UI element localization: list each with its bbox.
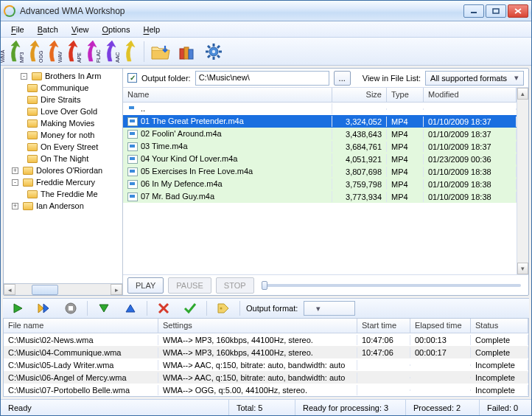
convert-to-aac-button[interactable]: AAC — [122, 41, 138, 63]
expand-toggle[interactable]: - — [21, 73, 27, 80]
move-up-icon[interactable] — [120, 298, 141, 319]
file-row[interactable]: 02 Foolin' Around.m4a3,438,643MP401/10/2… — [123, 128, 517, 140]
app-window: Advanced WMA Workshop FileBatchViewOptio… — [0, 0, 532, 416]
minimize-button[interactable] — [463, 4, 484, 18]
open-folder-icon[interactable] — [150, 41, 171, 62]
queue-header[interactable]: File name Settings Start time Elapsed ti… — [4, 319, 528, 333]
books-icon[interactable] — [177, 41, 197, 62]
file-list-header[interactable]: Name Size Type Modified — [123, 88, 517, 103]
qcol-settings[interactable]: Settings — [158, 319, 357, 333]
file-row[interactable]: 04 Your Kind Of Lover.m4a4,051,921MP401/… — [123, 153, 517, 165]
tree-item[interactable]: On Every Street — [5, 141, 121, 153]
seek-slider[interactable] — [262, 284, 521, 287]
tree-item[interactable]: Dire Straits — [5, 94, 121, 105]
skip-icon[interactable] — [34, 298, 55, 319]
file-vscrollbar[interactable]: ▴ ▾ — [517, 88, 528, 274]
folder-icon — [27, 155, 38, 163]
pause-button[interactable]: PAUSE — [168, 277, 211, 294]
svg-rect-1 — [493, 9, 499, 13]
stop-queue-icon[interactable] — [60, 298, 81, 319]
status-ready: Ready — [1, 400, 229, 415]
file-row[interactable]: .. — [123, 103, 517, 115]
view-filter-dropdown[interactable]: All supported formats▾ — [425, 71, 524, 86]
qcol-elapsed[interactable]: Elapsed time — [410, 319, 471, 333]
browse-button[interactable]: ... — [334, 71, 351, 86]
folder-icon — [23, 167, 33, 175]
tree-label: Love Over Gold — [41, 107, 97, 116]
queue-row[interactable]: C:\Music\04-Communique.wmaWMA--> MP3, 16… — [4, 346, 528, 358]
folder-icon — [27, 131, 38, 139]
tree-item[interactable]: -Freddie Mercury — [5, 176, 121, 188]
folder-icon — [23, 178, 33, 187]
tree-item[interactable]: Love Over Gold — [5, 105, 121, 117]
menu-help[interactable]: Help — [137, 24, 166, 35]
check-icon[interactable] — [180, 298, 200, 319]
svg-rect-4 — [180, 49, 184, 59]
format-toolbar: WMAMP3OGGWAVAPEFLACAAC — [1, 38, 531, 66]
status-failed: Failed: 0 — [480, 400, 531, 415]
tree-item[interactable]: Communique — [5, 82, 121, 94]
svg-line-13 — [208, 46, 210, 48]
maximize-button[interactable] — [486, 4, 506, 18]
tree-item[interactable]: Money for noth — [5, 129, 121, 141]
file-icon — [127, 130, 138, 139]
scroll-left-button[interactable]: ◂ — [4, 284, 15, 295]
output-row: ✓ Output folder: C:\Music\new\ ... View … — [123, 69, 528, 88]
scroll-thumb[interactable] — [32, 285, 58, 295]
file-row[interactable]: 03 Time.m4a3,684,761MP401/10/2009 18:37 — [123, 140, 517, 153]
file-row[interactable]: 05 Exercises In Free Love.m4a3,807,698MP… — [123, 165, 517, 178]
file-row[interactable]: 06 In My Defence.m4a3,759,798MP401/10/20… — [123, 178, 517, 190]
svg-point-8 — [212, 49, 215, 52]
col-type[interactable]: Type — [387, 88, 424, 102]
stop-button[interactable]: STOP — [216, 277, 254, 294]
tree-item[interactable]: On The Night — [5, 153, 121, 164]
output-folder-input[interactable]: C:\Music\new\ — [195, 71, 329, 86]
seek-knob[interactable] — [262, 281, 267, 290]
svg-rect-6 — [189, 49, 193, 59]
tree-item[interactable]: +Dolores O'Riordan — [5, 164, 121, 176]
queue-row[interactable]: C:\Music\05-Lady Writer.wmaWMA--> AAC, q… — [4, 358, 528, 371]
expand-toggle[interactable]: + — [12, 203, 18, 209]
close-button[interactable] — [508, 4, 528, 18]
tree-item[interactable]: Making Movies — [5, 117, 121, 129]
file-row[interactable]: 01 The Great Pretender.m4a3,324,052MP401… — [123, 115, 517, 128]
col-size[interactable]: Size — [332, 88, 387, 102]
tag-icon[interactable] — [213, 298, 234, 319]
qcol-status[interactable]: Status — [471, 319, 528, 333]
tree-item[interactable]: -Brothers In Arm — [5, 70, 121, 82]
qcol-file[interactable]: File name — [4, 319, 158, 333]
file-row[interactable]: 07 Mr. Bad Guy.m4a3,773,934MP401/10/2009… — [123, 190, 517, 203]
menu-view[interactable]: View — [66, 24, 95, 35]
queue-row[interactable]: C:\Music\06-Angel of Mercy.wmaWMA--> AAC… — [4, 371, 528, 384]
output-folder-label: Output folder: — [141, 74, 191, 83]
file-icon — [127, 105, 138, 114]
menu-options[interactable]: Options — [97, 24, 136, 35]
queue-row[interactable]: C:\Music\07-Portobello Belle.wmaWMA--> O… — [4, 384, 528, 396]
play-button[interactable]: PLAY — [127, 277, 164, 294]
menu-file[interactable]: File — [5, 24, 30, 35]
gear-icon[interactable] — [203, 41, 224, 62]
queue-row[interactable]: C:\Music\02-News.wmaWMA--> MP3, 160kbps,… — [4, 333, 528, 346]
svg-line-16 — [208, 55, 210, 58]
svg-rect-18 — [69, 306, 73, 311]
delete-icon[interactable] — [153, 298, 174, 319]
qcol-start[interactable]: Start time — [357, 319, 410, 333]
tree-hscrollbar[interactable]: ◂ ▸ — [4, 283, 122, 295]
tree-label: Brothers In Arm — [45, 72, 101, 80]
menu-batch[interactable]: Batch — [32, 24, 64, 35]
file-icon — [127, 117, 138, 126]
output-format-dropdown[interactable]: ▾ — [304, 301, 355, 316]
col-modified[interactable]: Modified — [424, 88, 517, 102]
move-down-icon[interactable] — [94, 298, 114, 319]
tree-item[interactable]: The Freddie Me — [5, 188, 121, 200]
scroll-right-button[interactable]: ▸ — [111, 284, 122, 295]
scroll-down-button[interactable]: ▾ — [517, 263, 528, 274]
scroll-up-button[interactable]: ▴ — [517, 88, 528, 100]
expand-toggle[interactable]: + — [12, 167, 18, 174]
col-name[interactable]: Name — [123, 88, 332, 102]
expand-toggle[interactable]: - — [12, 179, 18, 186]
output-folder-checkbox[interactable]: ✓ — [127, 73, 137, 83]
play-queue-icon[interactable] — [7, 298, 28, 319]
tree-item[interactable]: +Ian Anderson — [5, 200, 121, 212]
folder-tree[interactable]: -Brothers In ArmCommuniqueDire StraitsLo… — [4, 69, 122, 283]
